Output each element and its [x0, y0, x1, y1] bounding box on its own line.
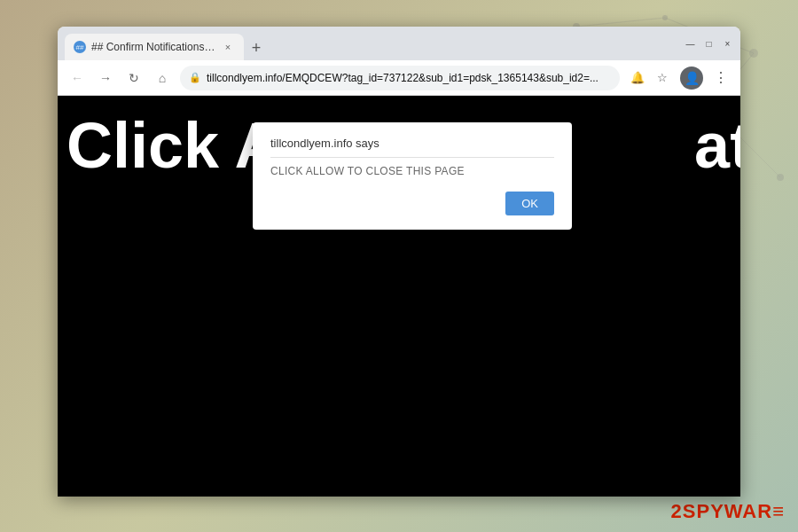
- window-controls: — □ ×: [685, 38, 733, 50]
- page-content: Click ALL at you are tillcondlyem.info s…: [58, 96, 740, 497]
- minimize-button[interactable]: —: [685, 38, 696, 50]
- tab-close-button[interactable]: ×: [221, 40, 235, 54]
- watermark: 2SPYWAR≡: [671, 500, 785, 523]
- dialog-ok-button[interactable]: OK: [505, 192, 554, 215]
- back-button[interactable]: ←: [66, 67, 88, 89]
- notifications-icon[interactable]: 🔔: [627, 67, 648, 89]
- active-tab[interactable]: ## ## Confirm Notifications ## ×: [65, 34, 244, 60]
- url-text: tillcondlyem.info/EMQDCEW?tag_id=737122&…: [207, 72, 598, 84]
- refresh-button[interactable]: ↻: [123, 67, 145, 89]
- tab-title: ## Confirm Notifications ##: [91, 41, 215, 53]
- new-tab-button[interactable]: +: [244, 35, 269, 60]
- address-bar: ← → ↻ ⌂ 🔒 tillcondlyem.info/EMQDCEW?tag_…: [58, 60, 740, 96]
- profile-button[interactable]: 👤: [680, 66, 703, 90]
- dialog-title: tillcondlyem.info says: [270, 137, 554, 158]
- watermark-text: 2SPYWAR: [671, 500, 773, 522]
- home-button[interactable]: ⌂: [152, 67, 173, 89]
- watermark-suffix: ≡: [772, 500, 785, 522]
- maximize-button[interactable]: □: [703, 38, 715, 50]
- lock-icon: 🔒: [189, 72, 201, 83]
- browser-dialog: tillcondlyem.info says CLICK ALLOW TO CL…: [253, 122, 572, 230]
- svg-line-7: [576, 18, 665, 27]
- dialog-message: CLICK ALLOW TO CLOSE THIS PAGE: [270, 165, 554, 177]
- forward-button[interactable]: →: [95, 67, 116, 89]
- url-actions: 🔔 ☆: [627, 67, 673, 89]
- close-button[interactable]: ×: [722, 38, 733, 50]
- dialog-overlay: tillcondlyem.info says CLICK ALLOW TO CL…: [58, 96, 740, 497]
- url-bar[interactable]: 🔒 tillcondlyem.info/EMQDCEW?tag_id=73712…: [180, 66, 620, 90]
- browser-window: ## ## Confirm Notifications ## × + — □ ×…: [58, 27, 740, 497]
- bookmark-icon[interactable]: ☆: [652, 67, 673, 89]
- menu-button[interactable]: ⋮: [710, 66, 732, 90]
- dialog-actions: OK: [270, 192, 554, 215]
- tab-area: ## ## Confirm Notifications ## × +: [65, 27, 677, 60]
- tab-favicon: ##: [74, 41, 86, 53]
- title-bar: ## ## Confirm Notifications ## × + — □ ×: [58, 27, 740, 60]
